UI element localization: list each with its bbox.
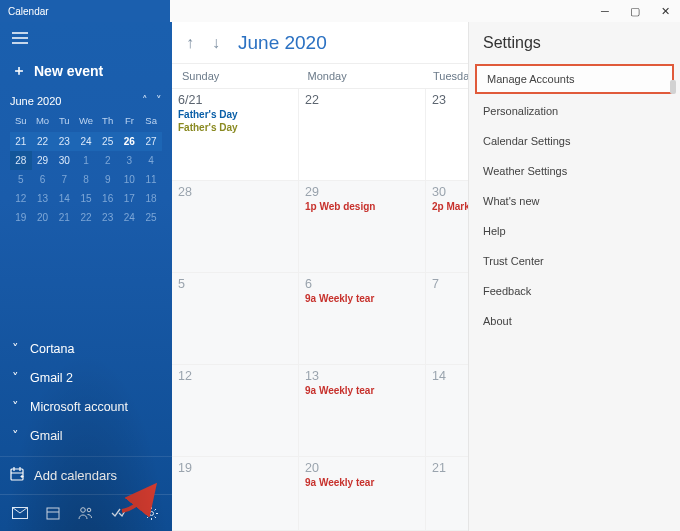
day-number: 12 xyxy=(178,369,292,383)
calendar-account-item[interactable]: ˅Gmail 2 xyxy=(6,363,166,392)
mini-calendar[interactable]: June 2020 ˄ ˅ SuMoTuWeThFrSa 21222324252… xyxy=(0,94,172,233)
scrollbar-thumb[interactable] xyxy=(670,80,676,94)
settings-item[interactable]: Weather Settings xyxy=(469,156,680,186)
day-number: 19 xyxy=(178,461,292,475)
settings-item[interactable]: Trust Center xyxy=(469,246,680,276)
day-number: 5 xyxy=(178,277,292,291)
mini-day-cell[interactable]: 19 xyxy=(10,208,32,227)
calendar-account-item[interactable]: ˅Cortana xyxy=(6,334,166,363)
mini-day-cell[interactable]: 24 xyxy=(119,208,141,227)
settings-item[interactable]: Feedback xyxy=(469,276,680,306)
next-arrow-icon[interactable]: ↓ xyxy=(208,32,224,54)
calendar-event[interactable]: 9a Weekly tear xyxy=(305,385,419,396)
mini-day-cell[interactable]: 14 xyxy=(53,189,75,208)
mini-day-cell[interactable]: 24 xyxy=(75,132,97,151)
prev-arrow-icon[interactable]: ↑ xyxy=(182,32,198,54)
new-event-label: New event xyxy=(34,63,103,79)
mini-day-cell[interactable]: 15 xyxy=(75,189,97,208)
mini-dow-cell: Su xyxy=(10,115,32,132)
calendar-account-item[interactable]: ˅Microsoft account xyxy=(6,392,166,421)
mini-day-cell[interactable]: 9 xyxy=(97,170,119,189)
mini-day-cell[interactable]: 25 xyxy=(97,132,119,151)
settings-item[interactable]: Help xyxy=(469,216,680,246)
day-cell[interactable]: 22 xyxy=(299,89,426,181)
settings-item[interactable]: About xyxy=(469,306,680,336)
mini-day-cell[interactable]: 3 xyxy=(119,151,141,170)
mini-day-cell[interactable]: 12 xyxy=(10,189,32,208)
day-cell[interactable]: 209a Weekly tear xyxy=(299,457,426,531)
mini-day-cell[interactable]: 29 xyxy=(32,151,54,170)
day-cell[interactable]: 12 xyxy=(172,365,299,457)
settings-item[interactable]: What's new xyxy=(469,186,680,216)
calendar-account-label: Gmail 2 xyxy=(30,371,73,385)
calendar-account-item[interactable]: ˅Gmail xyxy=(6,421,166,450)
mini-day-cell[interactable]: 16 xyxy=(97,189,119,208)
close-button[interactable]: ✕ xyxy=(650,0,680,22)
day-cell[interactable]: 291p Web design xyxy=(299,181,426,273)
mini-day-cell[interactable]: 28 xyxy=(10,151,32,170)
calendar-account-label: Cortana xyxy=(30,342,74,356)
mini-day-cell[interactable]: 6 xyxy=(32,170,54,189)
mini-day-cell[interactable]: 20 xyxy=(32,208,54,227)
mini-day-cell[interactable]: 22 xyxy=(32,132,54,151)
day-cell[interactable]: 6/21Father's DayFather's Day xyxy=(172,89,299,181)
mini-day-cell[interactable]: 21 xyxy=(10,132,32,151)
svg-point-3 xyxy=(81,508,86,513)
sidebar: ＋ New event June 2020 ˄ ˅ SuMoTuWeThFrSa… xyxy=(0,22,172,531)
day-cell[interactable]: 139a Weekly tear xyxy=(299,365,426,457)
svg-rect-2 xyxy=(47,508,59,519)
mini-day-cell[interactable]: 18 xyxy=(140,189,162,208)
mini-day-cell[interactable]: 23 xyxy=(53,132,75,151)
weekday-label: Monday xyxy=(304,70,430,82)
people-icon[interactable] xyxy=(76,503,96,523)
day-cell[interactable]: 28 xyxy=(172,181,299,273)
add-calendars-button[interactable]: Add calendars xyxy=(0,456,172,494)
mini-day-cell[interactable]: 11 xyxy=(140,170,162,189)
mini-day-cell[interactable]: 2 xyxy=(97,151,119,170)
todo-icon[interactable] xyxy=(109,503,129,523)
maximize-button[interactable]: ▢ xyxy=(620,0,650,22)
chevron-down-icon: ˅ xyxy=(12,370,22,385)
mini-day-cell[interactable]: 26 xyxy=(119,132,141,151)
calendar-event[interactable]: 1p Web design xyxy=(305,201,419,212)
mini-day-cell[interactable]: 23 xyxy=(97,208,119,227)
plus-icon: ＋ xyxy=(12,62,26,80)
day-cell[interactable]: 69a Weekly tear xyxy=(299,273,426,365)
day-cell[interactable]: 19 xyxy=(172,457,299,531)
calendar-event[interactable]: Father's Day xyxy=(178,109,292,120)
mini-day-cell[interactable]: 17 xyxy=(119,189,141,208)
calendar-event[interactable]: Father's Day xyxy=(178,122,292,133)
settings-item[interactable]: Manage Accounts xyxy=(475,64,674,94)
mini-day-cell[interactable]: 1 xyxy=(75,151,97,170)
mini-day-cell[interactable]: 5 xyxy=(10,170,32,189)
mini-calendar-grid[interactable]: SuMoTuWeThFrSa 2122232425262728293012345… xyxy=(10,115,162,227)
title-bar: Calendar ─ ▢ ✕ xyxy=(0,0,680,22)
mini-day-cell[interactable]: 8 xyxy=(75,170,97,189)
mini-day-cell[interactable]: 4 xyxy=(140,151,162,170)
calendar-event[interactable]: 9a Weekly tear xyxy=(305,477,419,488)
mini-up-icon[interactable]: ˄ xyxy=(142,94,148,107)
mail-icon[interactable] xyxy=(10,503,30,523)
calendar-event[interactable]: 9a Weekly tear xyxy=(305,293,419,304)
settings-item[interactable]: Calendar Settings xyxy=(469,126,680,156)
day-number: 20 xyxy=(305,461,419,475)
mini-day-cell[interactable]: 27 xyxy=(140,132,162,151)
mini-day-cell[interactable]: 21 xyxy=(53,208,75,227)
day-number: 6/21 xyxy=(178,93,292,107)
day-cell[interactable]: 5 xyxy=(172,273,299,365)
new-event-button[interactable]: ＋ New event xyxy=(0,54,172,94)
day-number: 22 xyxy=(305,93,419,107)
mini-day-cell[interactable]: 7 xyxy=(53,170,75,189)
mini-day-cell[interactable]: 10 xyxy=(119,170,141,189)
minimize-button[interactable]: ─ xyxy=(590,0,620,22)
mini-day-cell[interactable]: 22 xyxy=(75,208,97,227)
hamburger-button[interactable] xyxy=(0,22,172,54)
mini-day-cell[interactable]: 25 xyxy=(140,208,162,227)
calendar-icon[interactable] xyxy=(43,503,63,523)
mini-day-cell[interactable]: 30 xyxy=(53,151,75,170)
mini-down-icon[interactable]: ˅ xyxy=(156,94,162,107)
settings-gear-icon[interactable] xyxy=(142,503,162,523)
month-label[interactable]: June 2020 xyxy=(238,32,327,54)
mini-day-cell[interactable]: 13 xyxy=(32,189,54,208)
settings-item[interactable]: Personalization xyxy=(469,96,680,126)
